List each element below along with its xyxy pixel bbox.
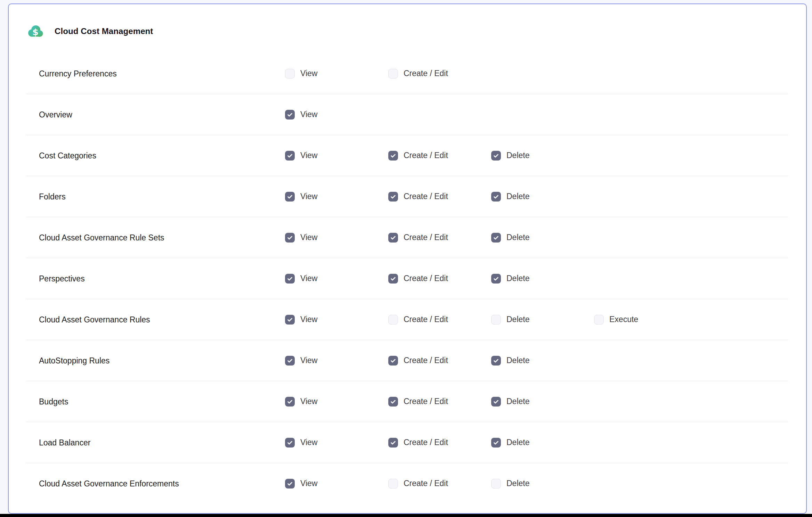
- checkbox-label[interactable]: View: [300, 479, 317, 488]
- checkbox-label[interactable]: Create / Edit: [404, 356, 448, 365]
- permission-cell: Create / Edit: [388, 315, 448, 325]
- delete-checkbox[interactable]: [491, 397, 501, 407]
- create-edit-checkbox[interactable]: [388, 233, 398, 243]
- create-edit-checkbox[interactable]: [388, 192, 398, 202]
- view-checkbox[interactable]: [285, 356, 295, 366]
- checkmark-icon: [286, 357, 293, 364]
- checkbox-label[interactable]: Delete: [506, 438, 529, 447]
- module-title: Cloud Cost Management: [55, 26, 153, 36]
- checkbox-label[interactable]: Create / Edit: [404, 479, 448, 488]
- permission-row: BudgetsViewCreate / EditDelete: [26, 381, 788, 422]
- view-checkbox[interactable]: [285, 274, 295, 284]
- checkbox-label[interactable]: Delete: [506, 192, 529, 201]
- permission-cell: Create / Edit: [388, 274, 448, 284]
- delete-checkbox[interactable]: [491, 151, 501, 161]
- view-checkbox[interactable]: [285, 192, 295, 202]
- delete-checkbox[interactable]: [491, 438, 501, 448]
- permission-row: FoldersViewCreate / EditDelete: [26, 176, 788, 217]
- checkmark-icon: [390, 439, 397, 446]
- checkbox-label[interactable]: View: [300, 438, 317, 447]
- checkmark-icon: [390, 275, 397, 282]
- checkbox-label[interactable]: Delete: [506, 315, 529, 324]
- permission-row: Cloud Asset Governance RulesViewCreate /…: [26, 299, 788, 340]
- view-checkbox[interactable]: [285, 479, 295, 489]
- execute-checkbox[interactable]: [594, 315, 604, 325]
- resource-label: Cloud Asset Governance Rules: [39, 315, 150, 324]
- checkbox-label[interactable]: Create / Edit: [404, 233, 448, 242]
- module-header: $ Cloud Cost Management: [27, 24, 153, 39]
- permission-cell: View: [285, 438, 317, 448]
- permission-cell: View: [285, 69, 317, 79]
- checkmark-icon: [286, 275, 293, 282]
- checkmark-icon: [286, 480, 293, 487]
- checkbox-label[interactable]: Create / Edit: [404, 69, 448, 78]
- checkbox-label[interactable]: View: [300, 274, 317, 283]
- checkbox-label[interactable]: Create / Edit: [404, 397, 448, 406]
- checkbox-label[interactable]: Create / Edit: [404, 315, 448, 324]
- checkbox-label[interactable]: Delete: [506, 479, 529, 488]
- delete-checkbox[interactable]: [491, 315, 501, 325]
- checkbox-label[interactable]: Delete: [506, 233, 529, 242]
- view-checkbox[interactable]: [285, 315, 295, 325]
- delete-checkbox[interactable]: [491, 192, 501, 202]
- cloud-dollar-icon: $: [27, 24, 44, 39]
- checkbox-label[interactable]: View: [300, 151, 317, 160]
- checkbox-label[interactable]: Create / Edit: [404, 151, 448, 160]
- checkbox-label[interactable]: Delete: [506, 274, 529, 283]
- checkbox-label[interactable]: View: [300, 397, 317, 406]
- create-edit-checkbox[interactable]: [388, 315, 398, 325]
- create-edit-checkbox[interactable]: [388, 356, 398, 366]
- checkbox-label[interactable]: Create / Edit: [404, 438, 448, 447]
- permissions-card: $ Cloud Cost Management Currency Prefere…: [8, 3, 807, 514]
- permission-cell: Delete: [491, 397, 529, 407]
- checkbox-label[interactable]: View: [300, 315, 317, 324]
- permission-cell: Delete: [491, 356, 529, 366]
- checkbox-label[interactable]: View: [300, 356, 317, 365]
- resource-label: Budgets: [39, 397, 68, 406]
- permission-cell: Create / Edit: [388, 192, 448, 202]
- checkbox-label[interactable]: View: [300, 69, 317, 78]
- create-edit-checkbox[interactable]: [388, 438, 398, 448]
- view-checkbox[interactable]: [285, 438, 295, 448]
- permission-cell: Create / Edit: [388, 69, 448, 79]
- resource-label: Perspectives: [39, 274, 85, 283]
- create-edit-checkbox[interactable]: [388, 479, 398, 489]
- create-edit-checkbox[interactable]: [388, 397, 398, 407]
- create-edit-checkbox[interactable]: [388, 69, 398, 79]
- permission-row: Cloud Asset Governance EnforcementsViewC…: [26, 463, 788, 504]
- permission-cell: Create / Edit: [388, 397, 448, 407]
- checkmark-icon: [286, 193, 293, 200]
- view-checkbox[interactable]: [285, 397, 295, 407]
- view-checkbox[interactable]: [285, 69, 295, 79]
- checkbox-label[interactable]: View: [300, 110, 317, 119]
- create-edit-checkbox[interactable]: [388, 274, 398, 284]
- checkbox-label[interactable]: View: [300, 192, 317, 201]
- view-checkbox[interactable]: [285, 110, 295, 120]
- permission-cell: Delete: [491, 151, 529, 161]
- resource-label: Folders: [39, 192, 66, 201]
- delete-checkbox[interactable]: [491, 356, 501, 366]
- page: $ Cloud Cost Management Currency Prefere…: [0, 0, 812, 517]
- delete-checkbox[interactable]: [491, 479, 501, 489]
- checkmark-icon: [390, 152, 397, 159]
- permission-cell: View: [285, 356, 317, 366]
- checkbox-label[interactable]: Delete: [506, 151, 529, 160]
- checkmark-icon: [493, 152, 500, 159]
- checkbox-label[interactable]: Create / Edit: [404, 274, 448, 283]
- delete-checkbox[interactable]: [491, 274, 501, 284]
- checkbox-label[interactable]: Delete: [506, 356, 529, 365]
- checkbox-label[interactable]: Execute: [609, 315, 638, 324]
- checkmark-icon: [286, 316, 293, 323]
- checkbox-label[interactable]: Delete: [506, 397, 529, 406]
- delete-checkbox[interactable]: [491, 233, 501, 243]
- checkmark-icon: [493, 234, 500, 241]
- checkmark-icon: [493, 439, 500, 446]
- permission-row: Cost CategoriesViewCreate / EditDelete: [26, 135, 788, 176]
- checkbox-label[interactable]: View: [300, 233, 317, 242]
- create-edit-checkbox[interactable]: [388, 151, 398, 161]
- checkbox-label[interactable]: Create / Edit: [404, 192, 448, 201]
- resource-label: Cloud Asset Governance Rule Sets: [39, 233, 164, 242]
- permission-cell: Delete: [491, 274, 529, 284]
- view-checkbox[interactable]: [285, 151, 295, 161]
- view-checkbox[interactable]: [285, 233, 295, 243]
